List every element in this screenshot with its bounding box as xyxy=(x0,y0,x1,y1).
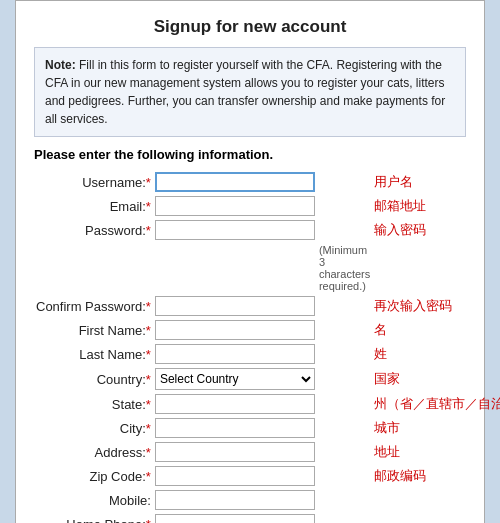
note-text: Fill in this form to register yourself w… xyxy=(45,58,445,126)
table-row: City:* 城市 xyxy=(34,416,500,440)
table-row: Password:* 输入密码 xyxy=(34,218,500,242)
username-label: Username:* xyxy=(34,170,153,194)
note-bold: Note: xyxy=(45,58,76,72)
country-label: Country:* xyxy=(34,366,153,392)
table-row: Country:* Select Country 国家 xyxy=(34,366,500,392)
homephone-label: Home Phone:* xyxy=(34,512,153,523)
first-name-label: First Name:* xyxy=(34,318,153,342)
email-chinese: 邮箱地址 xyxy=(372,194,500,218)
state-input[interactable] xyxy=(155,394,315,414)
table-row: State:* 州（省／直辖市／自治区） xyxy=(34,392,500,416)
table-row: Last Name:* 姓 xyxy=(34,342,500,366)
signup-dialog: Signup for new account Note: Fill in thi… xyxy=(15,0,485,523)
table-row: (Minimum 3 characters required.) xyxy=(34,242,500,294)
table-row: First Name:* 名 xyxy=(34,318,500,342)
password-label: Password:* xyxy=(34,218,153,242)
last-name-chinese: 姓 xyxy=(372,342,500,366)
last-name-label: Last Name:* xyxy=(34,342,153,366)
address-chinese: 地址 xyxy=(372,440,500,464)
email-input[interactable] xyxy=(155,196,315,216)
address-label: Address:* xyxy=(34,440,153,464)
zipcode-chinese: 邮政编码 xyxy=(372,464,500,488)
section-label: Please enter the following information. xyxy=(34,147,466,162)
mobile-input[interactable] xyxy=(155,490,315,510)
table-row: Email:* 邮箱地址 xyxy=(34,194,500,218)
table-row: Address:* 地址 xyxy=(34,440,500,464)
password-chinese: 输入密码 xyxy=(372,218,500,242)
state-label: State:* xyxy=(34,392,153,416)
password-input[interactable] xyxy=(155,220,315,240)
table-row: Confirm Password:* 再次输入密码 xyxy=(34,294,500,318)
mobile-label: Mobile: xyxy=(34,488,153,512)
password-hint: (Minimum 3 characters required.) xyxy=(317,242,372,294)
username-input[interactable] xyxy=(155,172,315,192)
first-name-chinese: 名 xyxy=(372,318,500,342)
first-name-input[interactable] xyxy=(155,320,315,340)
table-row: Mobile: xyxy=(34,488,500,512)
zipcode-label: Zip Code:* xyxy=(34,464,153,488)
email-label: Email:* xyxy=(34,194,153,218)
state-chinese: 州（省／直辖市／自治区） xyxy=(372,392,500,416)
city-input[interactable] xyxy=(155,418,315,438)
username-chinese: 用户名 xyxy=(372,170,500,194)
last-name-input[interactable] xyxy=(155,344,315,364)
zipcode-input[interactable] xyxy=(155,466,315,486)
confirm-password-label: Confirm Password:* xyxy=(34,294,153,318)
address-input[interactable] xyxy=(155,442,315,462)
username-input-cell xyxy=(153,170,317,194)
confirm-password-input[interactable] xyxy=(155,296,315,316)
country-chinese: 国家 xyxy=(372,366,500,392)
city-chinese: 城市 xyxy=(372,416,500,440)
signup-form: Username:* 用户名 Email:* 邮箱地址 Password:* xyxy=(34,170,500,523)
table-row: Home Phone:* xyxy=(34,512,500,523)
homephone-input[interactable] xyxy=(155,514,315,523)
country-select[interactable]: Select Country xyxy=(155,368,315,390)
page-title: Signup for new account xyxy=(34,17,466,37)
table-row: Zip Code:* 邮政编码 xyxy=(34,464,500,488)
table-row: Username:* 用户名 xyxy=(34,170,500,194)
note-box: Note: Fill in this form to register your… xyxy=(34,47,466,137)
city-label: City:* xyxy=(34,416,153,440)
confirm-password-chinese: 再次输入密码 xyxy=(372,294,500,318)
